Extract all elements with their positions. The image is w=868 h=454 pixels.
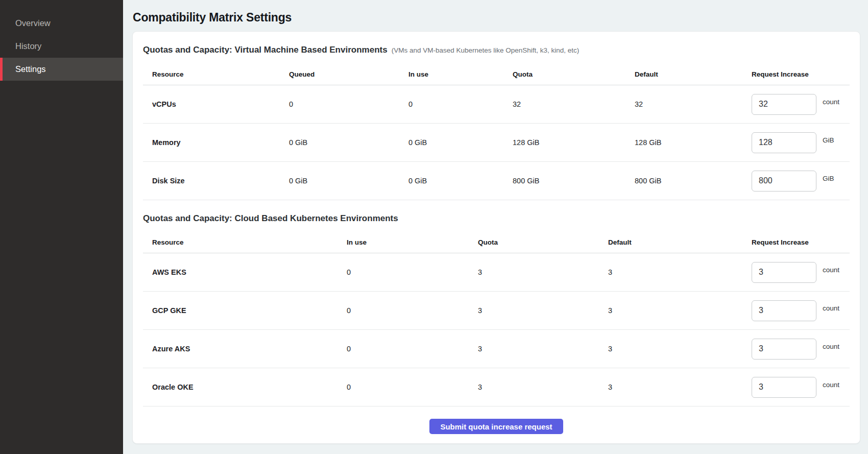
default-value: 800 GiB xyxy=(635,177,752,185)
main-content: Compatibility Matrix Settings Quotas and… xyxy=(123,0,868,444)
cloud-section-title: Quotas and Capacity: Cloud Based Kuberne… xyxy=(143,212,850,225)
azure-aks-request-increase-input[interactable] xyxy=(752,339,816,360)
resource-name: vCPUs xyxy=(143,100,289,108)
resource-name: AWS EKS xyxy=(143,268,347,276)
cloud-section-title-text: Quotas and Capacity: Cloud Based Kuberne… xyxy=(143,213,398,223)
in-use-value: 0 GiB xyxy=(408,177,513,185)
sidebar-item-settings[interactable]: Settings xyxy=(0,58,123,81)
unit-label: count xyxy=(823,343,839,350)
request-increase-cell: GiB xyxy=(752,171,850,192)
in-use-value: 0 xyxy=(347,383,478,391)
unit-label: count xyxy=(823,98,839,106)
in-use-value: 0 xyxy=(347,345,478,353)
default-value: 3 xyxy=(608,345,752,353)
resource-name: Disk Size xyxy=(143,177,289,185)
resource-name: Azure AKS xyxy=(143,345,347,353)
default-value: 3 xyxy=(608,306,752,315)
default-value: 3 xyxy=(608,383,752,391)
request-increase-cell: count xyxy=(752,339,850,360)
resource-name: Memory xyxy=(143,138,289,147)
submit-quota-increase-button[interactable]: Submit quota increase request xyxy=(429,419,563,434)
quota-settings-card: Quotas and Capacity: Virtual Machine Bas… xyxy=(132,31,860,444)
resource-name: GCP GKE xyxy=(143,306,347,315)
quota-value: 128 GiB xyxy=(513,138,635,147)
sidebar: Overview History Settings xyxy=(0,0,123,454)
column-header-in-use: In use xyxy=(408,70,513,78)
column-header-resource: Resource xyxy=(143,238,347,246)
quota-value: 3 xyxy=(478,383,608,391)
quota-value: 3 xyxy=(478,268,608,276)
quota-value: 32 xyxy=(513,100,635,108)
quota-value: 3 xyxy=(478,306,608,315)
sidebar-item-label: History xyxy=(15,41,41,51)
queued-value: 0 xyxy=(289,100,408,108)
request-increase-cell: count xyxy=(752,262,850,283)
resource-name: Oracle OKE xyxy=(143,383,347,391)
sidebar-item-label: Overview xyxy=(15,18,51,28)
vm-section-title: Quotas and Capacity: Virtual Machine Bas… xyxy=(143,44,850,57)
column-header-in-use: In use xyxy=(347,238,478,246)
sidebar-item-label: Settings xyxy=(15,64,46,74)
column-header-request-increase: Request Increase xyxy=(752,70,850,78)
vm-quota-table: ResourceQueuedIn useQuotaDefaultRequest … xyxy=(143,64,850,200)
queued-value: 0 GiB xyxy=(289,177,408,185)
vm-quota-section: Quotas and Capacity: Virtual Machine Bas… xyxy=(143,44,850,200)
aws-eks-request-increase-input[interactable] xyxy=(752,262,816,283)
quota-value: 800 GiB xyxy=(513,177,635,185)
sidebar-item-history[interactable]: History xyxy=(0,35,123,58)
table-row-memory: Memory0 GiB0 GiB128 GiB128 GiBGiB xyxy=(143,124,850,162)
default-value: 3 xyxy=(608,268,752,276)
quota-value: 3 xyxy=(478,345,608,353)
in-use-value: 0 xyxy=(408,100,513,108)
request-increase-cell: GiB xyxy=(752,132,850,153)
unit-label: GiB xyxy=(823,175,834,182)
unit-label: count xyxy=(823,266,839,274)
queued-value: 0 GiB xyxy=(289,138,408,147)
column-header-request-increase: Request Increase xyxy=(752,238,850,246)
cloud-section-header-row: ResourceIn useQuotaDefaultRequest Increa… xyxy=(143,232,850,253)
cloud-quota-section: Quotas and Capacity: Cloud Based Kuberne… xyxy=(143,212,850,407)
request-increase-cell: count xyxy=(752,94,850,115)
active-indicator-bar xyxy=(0,58,3,81)
column-header-default: Default xyxy=(608,238,752,246)
gcp-gke-request-increase-input[interactable] xyxy=(752,300,816,321)
vcpus-request-increase-input[interactable] xyxy=(752,94,816,115)
sidebar-item-overview[interactable]: Overview xyxy=(0,12,123,35)
request-increase-cell: count xyxy=(752,300,850,321)
default-value: 32 xyxy=(635,100,752,108)
vm-section-title-text: Quotas and Capacity: Virtual Machine Bas… xyxy=(143,45,388,55)
table-row-aws-eks: AWS EKS033count xyxy=(143,253,850,292)
in-use-value: 0 xyxy=(347,268,478,276)
table-row-azure-aks: Azure AKS033count xyxy=(143,330,850,368)
page-title: Compatibility Matrix Settings xyxy=(133,10,860,25)
column-header-quota: Quota xyxy=(478,238,608,246)
cloud-quota-table: ResourceIn useQuotaDefaultRequest Increa… xyxy=(143,232,850,407)
unit-label: count xyxy=(823,381,839,389)
table-row-disk-size: Disk Size0 GiB0 GiB800 GiB800 GiBGiB xyxy=(143,162,850,200)
column-header-resource: Resource xyxy=(143,70,289,78)
table-row-vcpus: vCPUs003232count xyxy=(143,85,850,124)
vm-section-header-row: ResourceQueuedIn useQuotaDefaultRequest … xyxy=(143,64,850,85)
table-row-oracle-oke: Oracle OKE033count xyxy=(143,368,850,407)
column-header-queued: Queued xyxy=(289,70,408,78)
in-use-value: 0 xyxy=(347,306,478,315)
oracle-oke-request-increase-input[interactable] xyxy=(752,377,816,398)
default-value: 128 GiB xyxy=(635,138,752,147)
column-header-quota: Quota xyxy=(513,70,635,78)
submit-button-row: Submit quota increase request xyxy=(143,419,850,434)
in-use-value: 0 GiB xyxy=(408,138,513,147)
vm-section-subtitle: (VMs and VM-based Kubernetes like OpenSh… xyxy=(392,46,580,54)
memory-request-increase-input[interactable] xyxy=(752,132,816,153)
disk-size-request-increase-input[interactable] xyxy=(752,171,816,192)
table-row-gcp-gke: GCP GKE033count xyxy=(143,292,850,330)
unit-label: count xyxy=(823,304,839,312)
request-increase-cell: count xyxy=(752,377,850,398)
unit-label: GiB xyxy=(823,136,834,144)
column-header-default: Default xyxy=(635,70,752,78)
